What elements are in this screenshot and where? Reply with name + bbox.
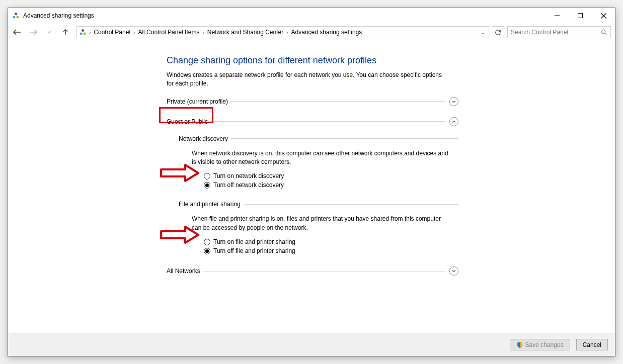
- refresh-button[interactable]: [492, 26, 504, 38]
- breadcrumb[interactable]: Network and Sharing Center: [205, 29, 285, 36]
- radio-turn-off-network-discovery[interactable]: Turn off network discovery: [204, 180, 458, 190]
- page-description: Windows creates a separate network profi…: [167, 71, 448, 88]
- subsection-description: When file and printer sharing is on, fil…: [192, 215, 448, 232]
- section-label: Private (current profile): [167, 98, 231, 105]
- titlebar: Advanced sharing settings: [8, 8, 615, 23]
- radio-turn-on-network-discovery[interactable]: Turn on network discovery: [204, 171, 458, 180]
- minimize-button[interactable]: [546, 8, 569, 23]
- cpl-network-icon: [79, 28, 87, 36]
- chevron-right-icon[interactable]: ›: [132, 30, 136, 35]
- button-label: Save changes: [525, 341, 564, 348]
- subsection-heading: File and printer sharing: [179, 201, 244, 208]
- subsection-description: When network discovery is on, this compu…: [192, 149, 448, 167]
- svg-point-1: [17, 16, 19, 19]
- address-dropdown[interactable]: ⌄: [479, 30, 487, 35]
- radio-icon: [204, 239, 210, 245]
- window-title: Advanced sharing settings: [23, 12, 94, 19]
- radio-icon: [204, 173, 210, 179]
- shield-icon: [516, 341, 523, 348]
- address-bar[interactable]: › Control Panel › All Control Panel Item…: [76, 26, 489, 38]
- up-button[interactable]: [60, 27, 70, 37]
- recent-dropdown[interactable]: [44, 27, 54, 37]
- svg-point-8: [84, 33, 86, 35]
- section-all-networks[interactable]: All Networks: [167, 266, 458, 276]
- button-label: Cancel: [583, 341, 601, 348]
- search-input[interactable]: [511, 29, 601, 36]
- subsection-network-discovery: Network discovery: [179, 135, 458, 142]
- divider: [244, 204, 458, 205]
- save-changes-button[interactable]: Save changes: [510, 339, 570, 350]
- chevron-right-icon[interactable]: ›: [285, 30, 289, 35]
- chevron-right-icon[interactable]: ›: [201, 30, 205, 35]
- content-area: Change sharing options for different net…: [8, 41, 615, 333]
- cancel-button[interactable]: Cancel: [576, 339, 608, 350]
- window-controls: [546, 8, 615, 23]
- divider: [231, 101, 445, 102]
- divider: [203, 271, 445, 271]
- cpl-network-icon: [12, 12, 20, 20]
- svg-point-10: [601, 30, 605, 33]
- back-button[interactable]: [12, 27, 22, 37]
- bottom-bar: Save changes Cancel: [8, 333, 615, 356]
- divider: [231, 138, 458, 139]
- chevron-up-icon[interactable]: [449, 117, 458, 126]
- close-button[interactable]: [592, 8, 615, 23]
- radio-icon: [204, 248, 210, 254]
- chevron-down-icon[interactable]: [449, 266, 458, 276]
- maximize-button[interactable]: [569, 8, 592, 23]
- radio-turn-off-file-printer-sharing[interactable]: Turn off file and printer sharing: [204, 246, 458, 255]
- svg-line-11: [605, 33, 606, 34]
- breadcrumb[interactable]: Control Panel: [92, 29, 132, 36]
- svg-point-7: [80, 33, 83, 35]
- subsection-heading: Network discovery: [179, 135, 231, 142]
- chevron-right-icon[interactable]: ›: [88, 30, 92, 35]
- annotation-highlight-box: [159, 107, 213, 123]
- forward-button[interactable]: [28, 27, 38, 37]
- radio-turn-on-file-printer-sharing[interactable]: Turn on file and printer sharing: [204, 237, 458, 246]
- window: Advanced sharing settings › Control Pane…: [8, 8, 615, 356]
- divider: [211, 121, 445, 122]
- subsection-file-printer-sharing: File and printer sharing: [179, 201, 458, 208]
- chevron-down-icon[interactable]: [449, 97, 458, 106]
- radio-label: Turn on network discovery: [213, 171, 284, 180]
- navigation-bar: › Control Panel › All Control Panel Item…: [8, 23, 615, 41]
- page-title: Change sharing options for different net…: [167, 55, 469, 66]
- radio-label: Turn off file and printer sharing: [213, 246, 295, 255]
- radio-label: Turn on file and printer sharing: [213, 237, 295, 246]
- section-label: All Networks: [167, 267, 203, 275]
- svg-point-9: [82, 29, 84, 32]
- radio-label: Turn off network discovery: [213, 180, 284, 190]
- search-box[interactable]: [507, 26, 611, 38]
- annotation-arrow-icon: [159, 163, 200, 183]
- breadcrumb[interactable]: All Control Panel Items: [136, 29, 201, 36]
- svg-point-2: [15, 13, 17, 15]
- section-private[interactable]: Private (current profile): [167, 97, 458, 106]
- search-icon: [601, 29, 607, 36]
- radio-icon: [204, 182, 210, 189]
- svg-rect-4: [578, 14, 583, 18]
- breadcrumb[interactable]: Advanced sharing settings: [289, 29, 364, 36]
- annotation-arrow-icon: [159, 225, 200, 244]
- svg-point-0: [13, 16, 16, 19]
